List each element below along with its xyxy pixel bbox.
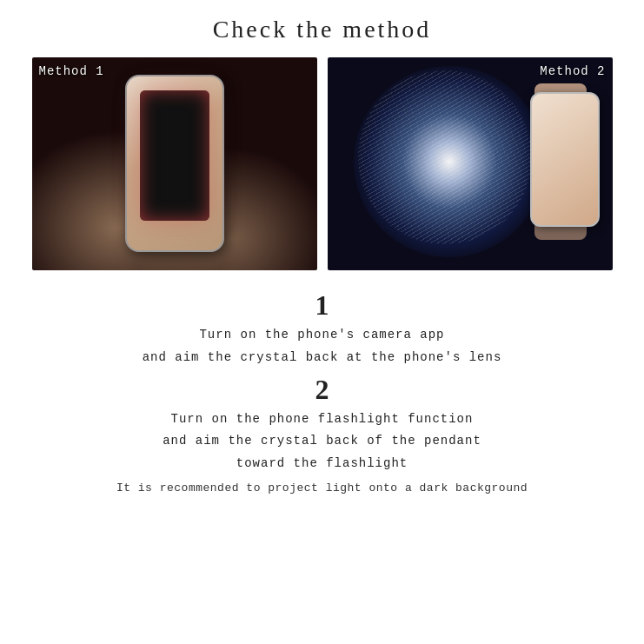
images-row: Method 1 Method 2 (27, 57, 618, 270)
step1-line1: Turn on the phone's camera app (199, 325, 444, 346)
method1-image-container: Method 1 (32, 57, 317, 270)
method2-image (328, 57, 613, 270)
method1-label: Method 1 (39, 64, 104, 78)
step1-line2: and aim the crystal back at the phone's … (143, 348, 502, 368)
page-title: Check the method (213, 16, 432, 43)
text-spiral-overlay (358, 70, 532, 244)
step2-line2: and aim the crystal back of the pendant (163, 431, 481, 452)
instructions-section: 1 Turn on the phone's camera app and aim… (27, 286, 618, 495)
phone-silhouette (530, 92, 600, 227)
step1-number: 1 (315, 289, 329, 322)
step2-line1: Turn on the phone flashlight function (171, 409, 474, 430)
method1-image (32, 57, 317, 270)
step2-number: 2 (315, 374, 329, 406)
method2-image-container: Method 2 (328, 57, 613, 270)
recommendation-note: It is recommended to project light onto … (116, 481, 528, 495)
step2-line3: toward the flashlight (236, 454, 408, 475)
method2-label: Method 2 (540, 64, 605, 78)
